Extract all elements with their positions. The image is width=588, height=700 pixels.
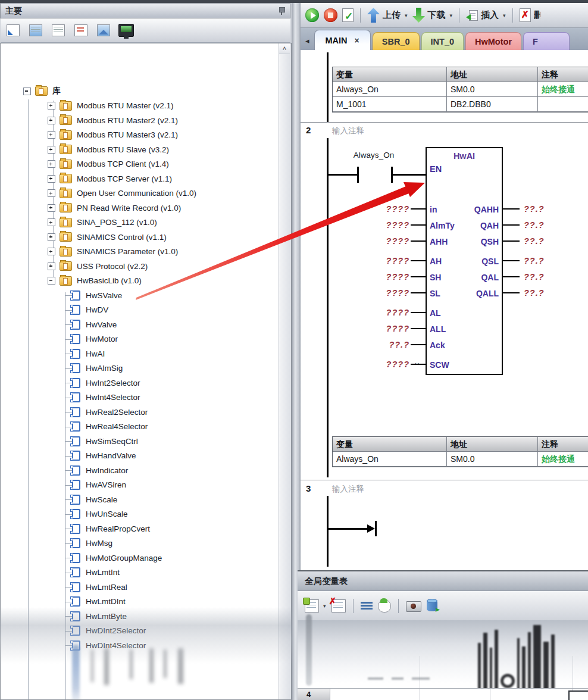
pin-value[interactable]: ???? [353,204,409,214]
expand-plus-icon[interactable] [48,262,55,270]
tree-item-block[interactable]: HwIndicator [2,463,279,478]
pin-value[interactable]: ??.? [524,204,556,214]
table-view-button[interactable] [28,23,43,38]
project-view-button[interactable] [5,23,21,38]
contact-operand[interactable]: Always_On [347,151,401,160]
expand-plus-icon[interactable] [48,218,55,226]
tree-item-block[interactable]: HwLmtByte [2,609,279,624]
tab-scroll-left-icon[interactable]: ◂ [305,36,309,45]
run-button[interactable] [305,8,319,22]
block-output-pin[interactable]: ??.? [503,268,556,285]
variable-cell[interactable]: Always_On [333,452,447,467]
tree-item-library[interactable]: SINAMICS Control (v1.1) [2,230,279,245]
compile-button[interactable]: ✓ [342,8,354,22]
tab-clipped[interactable]: F [523,32,570,50]
tree-item-library[interactable]: Modbus RTU Master3 (v2.1) [2,128,279,143]
table-row[interactable]: Always_On SM0.0 始终接通 [333,452,588,467]
pin-value[interactable]: ???? [353,324,409,333]
expand-plus-icon[interactable] [48,146,55,154]
table-row[interactable]: M_1001 DB2.DBB0 [333,97,588,112]
tree-item-block[interactable]: HwDInt2Selector [2,624,279,639]
pin-value[interactable]: ???? [353,220,409,230]
expand-plus-icon[interactable] [48,233,55,241]
tree-item-block[interactable]: HwReal2Selector [2,405,279,420]
block-input-pin[interactable]: ???? [353,304,426,320]
expand-plus-icon[interactable] [48,248,55,255]
tree-item-library[interactable]: USS Protocol (v2.2) [2,259,279,274]
block-input-pin[interactable]: ??.? [353,336,426,352]
block-input-pin[interactable]: ???? [353,252,426,268]
tree-item-block[interactable]: HwHandValve [2,449,279,464]
comment-cell[interactable] [538,97,588,112]
tree-item-block[interactable]: HwSimSeqCtrl [2,434,279,449]
pin-value[interactable]: ???? [353,288,409,298]
tree-item-library[interactable]: Open User Communication (v1.0) [2,186,279,201]
block-output-pin[interactable]: ??.? [503,252,556,268]
tree-item-block[interactable]: HwRealPropCvert [2,521,279,536]
chart-view-button[interactable] [96,23,111,38]
tree-item-block[interactable]: HwInt2Selector [2,376,279,390]
expand-plus-icon[interactable] [48,189,55,197]
collapse-minus-icon[interactable] [48,277,55,285]
tab-sbr0[interactable]: SBR_0 [373,32,420,50]
tab-main[interactable]: MAIN × [314,30,371,50]
pin-value[interactable]: ???? [353,236,409,246]
tree-item-library-root[interactable]: 库 [2,84,279,99]
grid-row[interactable]: 4 [298,688,588,700]
tree-item-block[interactable]: HwReal4Selector [2,420,279,435]
address-cell[interactable]: SM0.0 [447,82,538,97]
tree-item-block[interactable]: HwLmtReal [2,580,279,595]
stop-button[interactable] [324,8,337,22]
pin-value[interactable]: ???? [353,360,409,369]
tree-item-library[interactable]: Modbus RTU Master2 (v2.1) [2,113,279,128]
tab-int0[interactable]: INT_0 [421,32,464,50]
network-comment[interactable]: 输入注释 [332,484,364,495]
block-input-pin[interactable]: ???? [353,285,426,301]
variable-cell[interactable]: Always_On [333,82,447,97]
variable-cell[interactable]: M_1001 [333,97,447,112]
tree-item-library[interactable]: Modbus RTU Slave (v3.2) [2,142,279,157]
sort-lines-button[interactable] [361,601,373,611]
block-output-pin[interactable]: ??.? [503,217,556,233]
pin-value[interactable]: ??.? [353,340,409,349]
comment-cell[interactable]: 始终接通 [538,82,588,97]
table-row[interactable]: Always_On SM0.0 始终接通 [333,82,588,97]
block-output-pin[interactable]: ??.? [503,285,556,301]
tree-item-library[interactable]: PN Read Write Record (v1.0) [2,201,279,215]
tree-item-block[interactable]: HwAlmSig [2,361,279,376]
tree-item-block[interactable]: HwLmtDInt [2,595,279,610]
close-icon[interactable]: × [355,36,359,45]
variable-grid-area[interactable]: 4 [298,620,588,700]
block-output-pin[interactable]: ??.? [503,201,556,217]
network-comment[interactable]: 输入注释 [332,126,364,136]
block-input-pin[interactable]: ???? [353,320,426,336]
pin-icon[interactable] [278,7,285,15]
address-cell[interactable]: DB2.DBB0 [447,97,538,112]
download-button[interactable]: 下载 ▾ [412,8,453,23]
chevron-down-icon[interactable]: ▾ [323,603,326,609]
block-input-pin[interactable]: ???? [353,356,426,372]
export-database-button[interactable] [427,600,437,611]
expand-plus-icon[interactable] [48,175,55,183]
tree-item-hwbasiclib[interactable]: HwBasicLib (v1.0) [2,274,279,289]
insert-button[interactable]: 插入 ▾ [466,10,506,21]
tree-item-block[interactable]: HwAI [2,346,279,361]
tree-item-library[interactable]: Modbus RTU Master (v2.1) [2,99,279,114]
pin-value[interactable]: ??.? [524,272,556,282]
tree-item-block[interactable]: HwMotor [2,332,279,347]
tree-scrollbar[interactable]: ˄ [279,43,291,699]
delete-row-button[interactable]: ✗ [331,599,346,612]
tree-item-block[interactable]: HwMsg [2,536,279,551]
expand-plus-icon[interactable] [48,102,55,110]
tab-hwmotor[interactable]: HwMotor [465,32,521,50]
function-block-hwai[interactable]: HwAI EN in AlmTy AHH AH SH SL [426,147,503,375]
document-view-button[interactable] [73,23,89,38]
pin-value[interactable]: ???? [353,272,409,282]
block-input-pin[interactable]: ???? [353,201,426,217]
collapse-minus-icon[interactable] [23,88,31,95]
tree-item-library[interactable]: SINAMICS Parameter (v1.0) [2,245,279,260]
tree-item-block[interactable]: HwInt4Selector [2,390,279,405]
tree-item-library[interactable]: Modbus TCP Server (v1.1) [2,171,279,186]
expand-plus-icon[interactable] [48,160,55,168]
pin-value[interactable]: ??.? [524,220,556,230]
